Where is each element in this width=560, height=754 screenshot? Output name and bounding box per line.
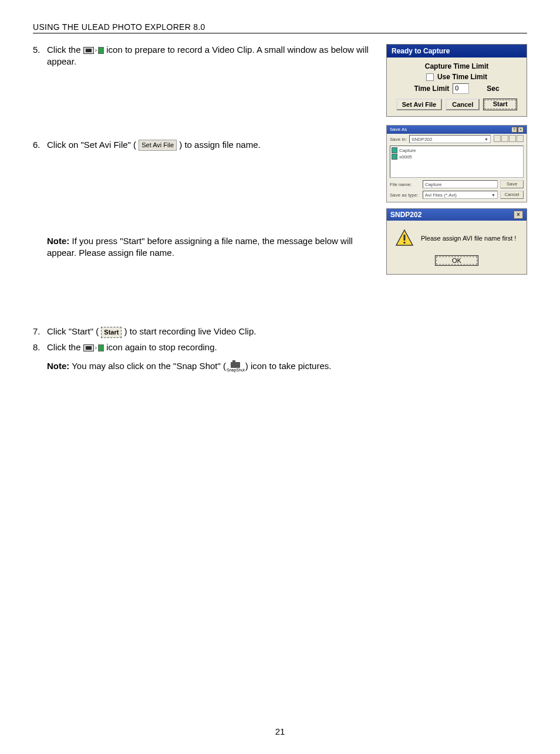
alert-message: Please assign AVI file name first ! — [421, 235, 516, 242]
ready-to-capture-dialog: Ready to Capture Capture Time Limit Use … — [386, 44, 527, 117]
new-folder-icon — [509, 135, 516, 142]
step-6-text-a: Click on "Set Avi File" ( — [47, 140, 139, 150]
time-limit-input[interactable]: 0 — [453, 83, 469, 94]
sec-label: Sec — [487, 84, 499, 93]
back-icon — [494, 135, 501, 142]
video-record-icon: › — [83, 46, 104, 55]
step-8-text-a: Click the — [47, 342, 83, 352]
note-2-text-b: ) icon to take pictures. — [245, 361, 332, 371]
save-as-title: Save As — [390, 127, 407, 133]
save-as-type-label: Save as type: — [390, 192, 420, 198]
capture-time-limit-label: Capture Time Limit — [393, 62, 521, 70]
save-as-dialog: Save As ? × Save in: SNDP202▼ — [386, 125, 527, 202]
help-icon[interactable]: ? — [511, 127, 517, 133]
file-name-input[interactable]: Capture — [423, 180, 498, 188]
close-icon[interactable]: × — [514, 211, 523, 219]
file-list[interactable]: Capture x0005 — [390, 146, 524, 178]
up-icon — [501, 135, 508, 142]
step-6-text-b: ) to assign file name. — [179, 140, 260, 150]
save-in-label: Save in: — [390, 137, 407, 142]
start-inline-button: Start — [101, 327, 122, 338]
alert-title: SNDP202 — [390, 211, 421, 219]
capture-dialog-title: Ready to Capture — [387, 45, 527, 58]
step-6-number: 6. — [33, 139, 47, 151]
alert-dialog: SNDP202 × Please assign AVI file name fi… — [386, 208, 527, 275]
use-time-limit-label: Use Time Limit — [437, 73, 487, 81]
list-item: Capture — [392, 147, 522, 153]
video-record-icon-2: › — [83, 343, 104, 353]
save-as-type-combo[interactable]: Avi Files (*.Avi)▼ — [423, 191, 498, 199]
cancel-button[interactable]: Cancel — [446, 99, 480, 110]
set-avi-file-button[interactable]: Set Avi File — [396, 99, 442, 110]
file-name-label: File name: — [390, 182, 420, 187]
note-2-label: Note: — [47, 361, 69, 371]
view-icon — [517, 135, 524, 142]
step-8-text-b: icon again to stop recording. — [106, 342, 217, 352]
time-limit-label: Time Limit — [414, 84, 449, 93]
snapshot-icon: SnapShot — [226, 361, 245, 373]
ok-button[interactable]: OK — [435, 255, 478, 266]
step-5-number: 5. — [33, 44, 47, 68]
warning-icon — [395, 229, 414, 248]
step-8-number: 8. — [33, 342, 47, 353]
step-7-text-b: ) to start recording live Video Clip. — [124, 326, 257, 336]
save-button[interactable]: Save — [500, 180, 524, 188]
svg-rect-2 — [404, 242, 406, 244]
svg-rect-1 — [404, 235, 406, 241]
page-header: USING THE ULEAD PHOTO EXPLORER 8.0 — [33, 22, 527, 33]
set-avi-file-inline-button: Set Avi File — [139, 140, 177, 151]
note-1-label: Note: — [47, 236, 69, 246]
cancel-button-saveas[interactable]: Cancel — [500, 191, 524, 199]
page-number: 21 — [0, 726, 560, 736]
step-7-text-a: Click "Start" ( — [47, 326, 101, 336]
use-time-limit-checkbox[interactable] — [426, 73, 434, 81]
save-in-combo[interactable]: SNDP202▼ — [409, 135, 491, 143]
close-icon[interactable]: × — [518, 127, 524, 133]
note-1-text: If you press "Start" before assigning a … — [47, 236, 353, 258]
toolbar-icons[interactable] — [493, 135, 524, 143]
start-button[interactable]: Start — [483, 99, 517, 110]
list-item: x0005 — [392, 154, 522, 160]
step-5-text-a: Click the — [47, 45, 83, 55]
note-2-text-a: You may also click on the "Snap Shot" ( — [69, 361, 226, 371]
step-7-number: 7. — [33, 326, 47, 337]
